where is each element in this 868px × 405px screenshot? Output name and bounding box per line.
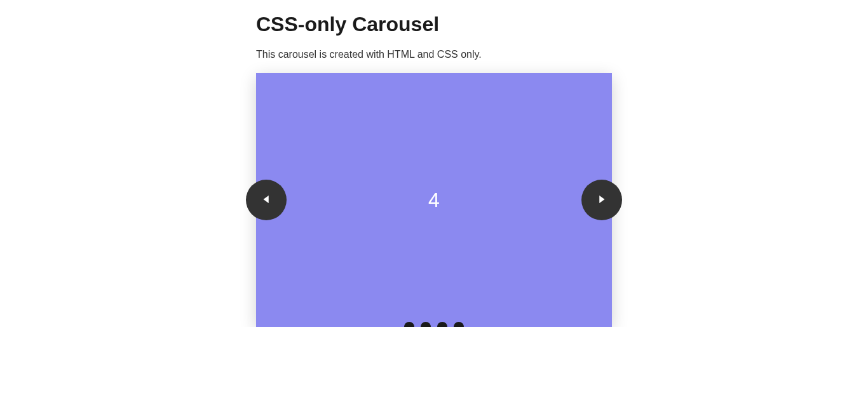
carousel-dots <box>404 322 464 327</box>
carousel-next-button[interactable] <box>581 180 622 220</box>
carousel-prev-button[interactable] <box>246 180 287 220</box>
page-description: This carousel is created with HTML and C… <box>256 49 612 60</box>
carousel-dot[interactable] <box>421 322 431 327</box>
carousel-dot[interactable] <box>437 322 447 327</box>
triangle-left-icon <box>261 194 272 207</box>
triangle-right-icon <box>596 194 607 207</box>
slide-number: 4 <box>428 189 440 212</box>
carousel-dot[interactable] <box>404 322 414 327</box>
carousel[interactable]: 4 <box>256 73 612 327</box>
page-title: CSS-only Carousel <box>256 13 612 36</box>
carousel-wrapper: 4 <box>256 73 612 327</box>
carousel-dot[interactable] <box>454 322 464 327</box>
